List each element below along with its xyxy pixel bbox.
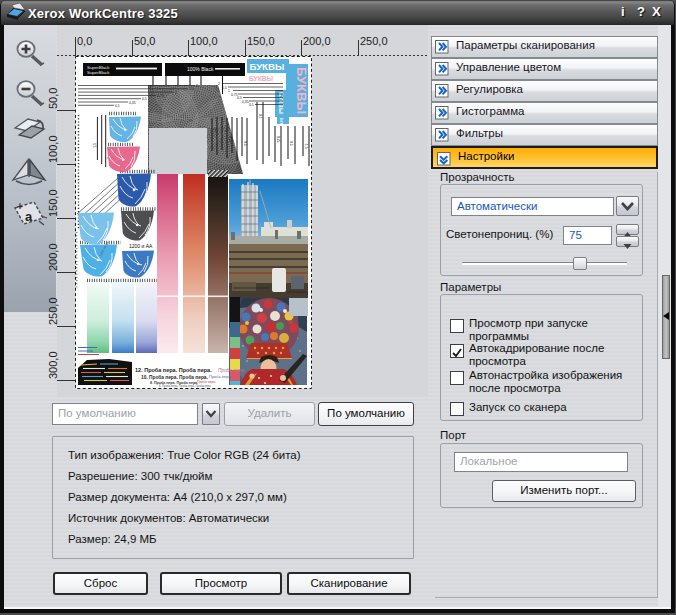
svg-text:0,25: 0,25 [276, 136, 280, 142]
svg-text:0,35: 0,35 [242, 100, 249, 104]
svg-text:1200 и АА: 1200 и АА [129, 243, 153, 249]
svg-text:2: 2 [218, 82, 220, 86]
svg-text:БУКВЫ: БУКВЫ [278, 92, 284, 114]
svg-text:1: 1 [228, 89, 230, 93]
svg-text:SuperBlack: SuperBlack [87, 70, 110, 75]
svg-text:1,5: 1,5 [222, 86, 227, 90]
svg-text:0,25: 0,25 [228, 136, 232, 142]
svg-text:Проба пера: Проба пера [218, 368, 244, 373]
svg-text:0,1: 0,1 [115, 104, 120, 108]
svg-text:0,5: 0,5 [289, 141, 293, 146]
svg-text:1,5: 1,5 [304, 144, 308, 149]
svg-text:0,5: 0,5 [243, 141, 247, 146]
svg-text:1,5: 1,5 [93, 143, 97, 148]
svg-text:0,75: 0,75 [157, 94, 164, 98]
svg-text:a: a [25, 209, 33, 224]
svg-text:1: 1 [175, 91, 177, 95]
svg-text:12. Проба пера. Проба пера.: 12. Проба пера. Проба пера. [135, 367, 212, 373]
svg-text:0,1: 0,1 [258, 114, 262, 119]
svg-text:БУКВЫ: БУКВЫ [249, 75, 273, 82]
svg-text:+: + [17, 201, 23, 212]
svg-text:0,35: 0,35 [129, 101, 136, 105]
svg-text:0,5: 0,5 [142, 97, 147, 101]
svg-text:0,1: 0,1 [213, 128, 217, 133]
svg-text:0,1: 0,1 [249, 103, 254, 107]
svg-text:БУКВЫ: БУКВЫ [294, 67, 309, 114]
svg-text:10. Проба пера. Проба пера.: 10. Проба пера. Проба пера. [141, 374, 208, 380]
svg-text:100% Black: 100% Black [187, 66, 214, 72]
svg-text:1,5: 1,5 [189, 87, 194, 91]
svg-text:2: 2 [196, 84, 198, 88]
svg-text:6. Проба пера. Проба пера. Про: 6. Проба пера. Проба пера. Проба пера [159, 384, 211, 388]
svg-text:БУКВЫ: БУКВЫ [250, 61, 285, 72]
svg-text:Проба пера: Проба пера [209, 374, 231, 379]
